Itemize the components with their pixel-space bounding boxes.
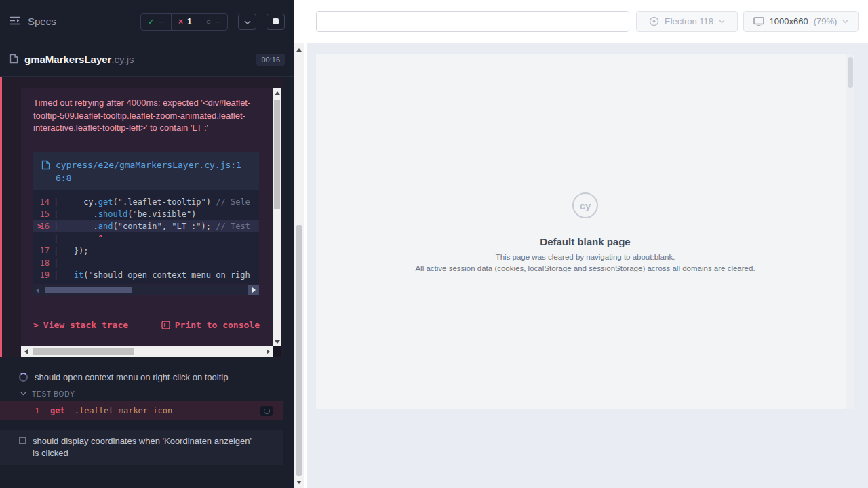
electron-icon [649,16,659,26]
scroll-up-button[interactable] [273,88,281,98]
viewport-scale: (79%) [814,16,837,26]
scroll-down-button[interactable] [294,477,304,487]
chevron-down-icon [244,16,251,26]
command-number: 1 [31,407,39,415]
error-vscroll-thumb[interactable] [274,100,280,209]
browser-label: Electron 118 [665,16,713,26]
viewport-icon [753,17,764,26]
code-frame-file-link[interactable]: cypress/e2e/gmaMarkersLayer.cy.js:16:8 [33,152,259,190]
test-title: should display coordinates when 'Koordin… [33,435,258,460]
check-icon: ✓ [148,18,155,26]
viewport-size: 1000x660 [770,16,808,26]
blank-page-title: Default blank page [540,236,630,247]
cypress-logo: cy [572,192,598,218]
aut-frame: cy Default blank page This page was clea… [316,54,854,409]
chevron-down-icon [719,20,725,24]
stat-passed-count: -- [159,17,164,26]
test-item-running[interactable]: should open context menu on right-click … [0,368,283,386]
code-line: 15| .should("be.visible") [33,208,259,220]
command-retry-badge [260,406,273,416]
error-vscrollbar[interactable] [273,88,281,346]
code-frame: cypress/e2e/gmaMarkersLayer.cy.js:16:8 1… [33,152,259,295]
code-line: | ^ [33,232,259,245]
retry-spinner-icon [264,408,270,414]
aut-container: cy Default blank page This page was clea… [304,43,868,488]
stat-failed: × 1 [171,14,199,30]
url-input[interactable] [316,11,629,32]
spec-name: gmaMarkersLayer [24,54,111,65]
reporter-scroll-thumb[interactable] [296,225,302,476]
reporter-panel: Specs ✓ -- × 1 ○ -- [0,0,294,488]
failed-attempt: Timed out retrying after 4000ms: expecte… [0,77,283,357]
code-line: >16| .and("contain", "LT :"); // Test [33,220,259,232]
code-line: 17| }); [33,245,259,257]
error-hscrollbar[interactable] [21,346,273,357]
scroll-down-button[interactable] [273,337,281,346]
stat-pending: ○ -- [199,14,227,30]
view-stack-trace-button[interactable]: > View stack trace [33,320,128,330]
chevron-down-icon [842,20,848,24]
code-line: 19| it("should open context menu on righ [33,269,259,281]
view-stack-trace-label: View stack trace [43,320,128,330]
command-name: get [50,406,65,415]
scroll-up-button[interactable] [294,45,304,54]
code-frame-hscroll-thumb[interactable] [45,287,132,293]
blank-page-message-2: All active session data (cookies, localS… [415,264,755,272]
specs-label: Specs [28,16,56,27]
command-message: .leaflet-marker-icon [75,406,173,415]
test-stats: ✓ -- × 1 ○ -- [140,13,228,30]
code-frame-hscrollbar[interactable] [33,285,259,295]
print-to-console-button[interactable]: Print to console [161,320,260,330]
code-line: 18| [33,257,259,269]
spec-extension: .cy.js [111,54,134,65]
test-body-label: TEST BODY [32,390,75,398]
pending-square-icon [19,437,26,444]
file-icon [41,160,50,184]
scroll-left-button[interactable] [21,346,31,357]
error-hscroll-thumb[interactable] [33,348,134,355]
command-row[interactable]: 1 get .leaflet-marker-icon [0,401,283,420]
stat-passed: ✓ -- [141,14,171,30]
aut-scroll-thumb[interactable] [848,57,853,88]
test-item-pending[interactable]: should display coordinates when 'Koordin… [0,430,283,465]
cypress-runner: Specs ✓ -- × 1 ○ -- [0,0,868,488]
browser-select[interactable]: Electron 118 [636,11,738,32]
stat-failed-count: 1 [187,17,192,26]
code-frame-file-path: cypress/e2e/gmaMarkersLayer.cy.js:16:8 [56,159,251,184]
error-display: Timed out retrying after 4000ms: expecte… [21,88,273,346]
test-title: should open context menu on right-click … [35,372,228,382]
error-actions: > View stack trace Print to console [33,320,260,330]
specs-list-icon [9,16,21,27]
spec-timer: 00:16 [256,54,285,66]
url-toolbar: Electron 118 1000x660 (79%) [294,0,868,43]
test-body-header[interactable]: TEST BODY [0,388,283,400]
scroll-right-icon [248,285,259,295]
code-lines: 14| cy.get(".leaflet-tooltip") // Sele15… [33,190,259,284]
chevron-down-icon [20,392,26,396]
console-icon [161,321,170,329]
scroll-left-icon [36,288,39,293]
scroll-right-button[interactable] [263,346,273,357]
spec-header: gmaMarkersLayer.cy.js 00:16 [0,43,294,77]
x-icon: × [178,18,183,26]
collapse-all-button[interactable] [238,14,256,30]
chevron-right-icon: > [33,320,39,330]
viewport-select[interactable]: 1000x660 (79%) [743,11,859,32]
stat-pending-count: -- [215,17,220,26]
spec-file-icon [9,54,18,66]
reporter-scrollbar[interactable] [294,43,304,488]
stop-icon [273,18,279,24]
scrollbar-corner [273,346,281,357]
error-message: Timed out retrying after 4000ms: expecte… [33,97,260,135]
reporter-header: Specs ✓ -- × 1 ○ -- [0,0,294,43]
spinner-icon [19,373,28,382]
blank-page-message-1: This page was cleared by navigating to a… [496,253,675,261]
code-line: 14| cy.get(".leaflet-tooltip") // Sele [33,196,259,208]
stop-button[interactable] [267,14,285,30]
print-to-console-label: Print to console [175,320,260,330]
aut-scrollbar[interactable] [846,54,854,409]
specs-menu-button[interactable] [9,16,21,27]
circle-icon: ○ [206,18,211,26]
